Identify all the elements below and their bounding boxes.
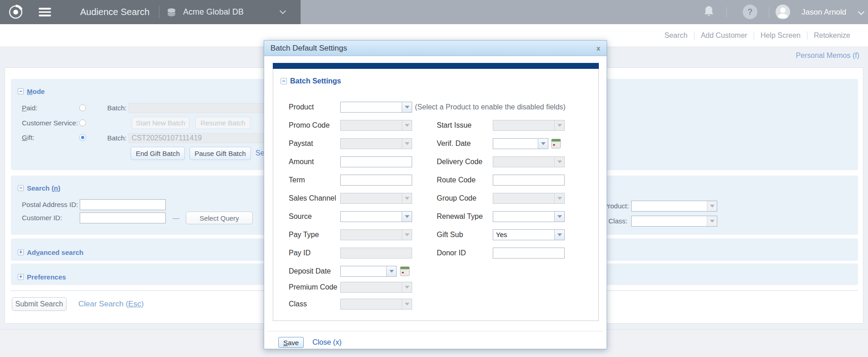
promo-code-label: Promo Code [289, 120, 330, 131]
dropdown-arrow-icon[interactable] [386, 266, 396, 276]
product-hint: (Select a Product to enable the disabled… [415, 102, 566, 113]
product-field-select[interactable] [340, 102, 412, 113]
group-code-label: Group Code [437, 193, 476, 204]
customer-service-radio[interactable] [79, 119, 86, 126]
route-code-label: Route Code [437, 175, 475, 186]
delivery-code-select [493, 156, 565, 167]
bell-icon[interactable] [702, 5, 715, 19]
source-label: Source [289, 211, 312, 222]
range-dash: — [173, 212, 179, 223]
product-select[interactable] [631, 201, 717, 212]
select-query-button[interactable]: Select Query [186, 212, 253, 224]
dropdown-arrow-icon[interactable] [554, 230, 564, 240]
customer-id-label: Customer ID: [22, 212, 62, 223]
action-links: Search Add Customer Help Screen Retokeni… [658, 24, 857, 47]
advanced-search-heading[interactable]: + Advanced search [18, 248, 83, 256]
user-chevron-down-icon[interactable] [858, 9, 864, 15]
route-code-input[interactable] [493, 175, 565, 186]
avatar[interactable] [776, 5, 790, 19]
save-button[interactable]: Save [278, 337, 304, 348]
sales-channel-label: Sales Channel [289, 193, 336, 204]
dropdown-arrow-icon[interactable] [402, 212, 412, 222]
search-section-heading[interactable]: − Search (n) [18, 184, 60, 192]
collapse-icon[interactable]: − [18, 88, 24, 94]
group-code-select [493, 193, 565, 204]
batch-settings-heading[interactable]: − Batch Settings [281, 77, 341, 85]
link-help-screen[interactable]: Help Screen [754, 31, 807, 40]
dropdown-arrow-icon[interactable] [538, 139, 548, 149]
class-field-label: Class [289, 299, 307, 310]
personal-memos-link[interactable]: Personal Memos (f) [796, 52, 859, 60]
calendar-icon[interactable] [551, 139, 561, 149]
source-select[interactable] [340, 211, 412, 222]
dropdown-arrow-icon[interactable] [554, 212, 564, 222]
end-gift-batch-button[interactable]: End Gift Batch [131, 147, 185, 160]
link-search[interactable]: Search [658, 31, 694, 40]
help-icon[interactable]: ? [743, 5, 757, 19]
dropdown-arrow-icon [402, 299, 412, 309]
paid-label: Paid: [22, 103, 37, 114]
amount-input[interactable] [340, 156, 412, 167]
class-field-select [340, 299, 412, 310]
gift-batch-label: Batch: [96, 133, 127, 144]
dialog-title: Batch Default Settings [264, 41, 607, 56]
collapse-icon[interactable]: − [18, 185, 24, 191]
dropdown-arrow-icon[interactable] [402, 102, 412, 112]
dropdown-arrow-icon [402, 193, 412, 203]
class-select[interactable] [631, 216, 717, 227]
preferences-label: Preferences [27, 273, 66, 281]
collapse-icon[interactable]: − [281, 78, 287, 84]
user-name[interactable]: Jason Arnold [802, 0, 846, 24]
verif-date-label: Verif. Date [437, 138, 471, 149]
paystat-label: Paystat [289, 138, 313, 149]
app-logo-icon[interactable] [7, 4, 24, 21]
gift-sub-label: Gift Sub [437, 229, 463, 240]
dropdown-arrow-icon [402, 139, 412, 149]
link-add-customer[interactable]: Add Customer [694, 31, 754, 40]
product-label: Product: [603, 201, 629, 212]
donor-id-input[interactable] [493, 248, 565, 259]
postal-address-id-label: Postal Address ID: [22, 199, 78, 210]
verif-date-select[interactable] [493, 138, 548, 149]
batch-label: Batch: [96, 103, 127, 114]
mode-section-heading[interactable]: − Mode [18, 88, 45, 95]
clear-search-link[interactable]: Clear Search (Esc) [78, 299, 144, 310]
pause-gift-batch-button[interactable]: Pause Gift Batch [189, 147, 251, 160]
expand-icon[interactable]: + [18, 249, 24, 255]
dropdown-arrow-icon[interactable] [707, 216, 717, 226]
term-input[interactable] [340, 175, 412, 186]
premium-code-select [340, 282, 412, 293]
submit-search-button[interactable]: Submit Search [12, 297, 66, 311]
dropdown-arrow-icon[interactable] [707, 201, 717, 211]
deposit-date-label: Deposit Date [289, 266, 331, 277]
start-new-batch-button[interactable]: Start New Batch [132, 117, 189, 129]
dropdown-arrow-icon [554, 120, 564, 130]
customer-id-input[interactable] [80, 212, 166, 223]
donor-id-label: Donor ID [437, 248, 466, 259]
renewal-type-select[interactable] [493, 211, 565, 222]
pay-id-input [340, 248, 412, 259]
paid-radio[interactable] [79, 104, 86, 111]
resume-batch-button[interactable]: Resume Batch [195, 117, 250, 129]
dialog-close-link[interactable]: Close (x) [312, 337, 342, 348]
customer-service-label: Customer Service: [22, 118, 78, 129]
preferences-heading[interactable]: + Preferences [18, 273, 66, 281]
gift-sub-select[interactable]: Yes [493, 229, 565, 240]
class-label: Class: [608, 216, 628, 227]
panel-top-bar [273, 63, 599, 69]
advanced-search-label: Advanced search [27, 248, 83, 256]
close-icon[interactable]: x [597, 44, 600, 53]
dropdown-arrow-icon [554, 157, 564, 167]
menu-icon[interactable] [39, 8, 51, 16]
link-retokenize[interactable]: Retokenize [807, 31, 857, 40]
database-selector[interactable]: Acme Global DB [183, 0, 244, 24]
postal-address-id-input[interactable] [80, 199, 166, 210]
deposit-date-select[interactable] [340, 266, 397, 277]
start-issue-select [493, 120, 565, 131]
expand-icon[interactable]: + [18, 274, 24, 280]
header-divider [159, 6, 159, 18]
top-header-bar: Audience Search Acme Global DB ? Jason A… [0, 0, 868, 24]
calendar-icon[interactable] [400, 266, 410, 276]
gift-sub-value: Yes [493, 230, 564, 240]
gift-radio[interactable] [79, 134, 86, 141]
